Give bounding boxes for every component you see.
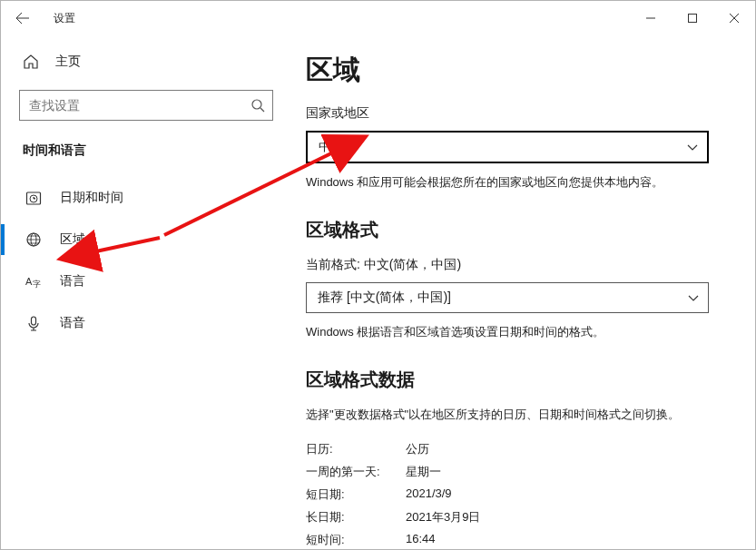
region-data-table: 日历: 公历 一周的第一天: 星期一 短日期: 2021/3/9 长日期: 20… bbox=[306, 441, 735, 548]
format-dropdown-value: 推荐 [中文(简体，中国)] bbox=[318, 290, 451, 306]
search-input[interactable] bbox=[20, 91, 243, 120]
region-data-helper: 选择"更改数据格式"以在地区所支持的日历、日期和时间格式之间切换。 bbox=[306, 407, 735, 423]
table-key: 短日期: bbox=[306, 486, 406, 503]
region-format-title: 区域格式 bbox=[306, 218, 735, 242]
content: 区域 国家或地区 中国 Windows 和应用可能会根据您所在的国家或地区向您提… bbox=[306, 35, 755, 549]
sidebar-item-region[interactable]: 区域 bbox=[1, 219, 306, 260]
close-button[interactable] bbox=[713, 1, 755, 35]
nav-list: 日期和时间 区域 A字 语言 bbox=[1, 177, 306, 344]
sidebar-item-label: 语言 bbox=[60, 273, 85, 290]
country-dropdown-value: 中国 bbox=[319, 139, 344, 155]
clock-icon bbox=[25, 190, 42, 206]
titlebar: 设置 bbox=[1, 1, 755, 35]
svg-rect-0 bbox=[689, 15, 697, 23]
format-helper: Windows 根据语言和区域首选项设置日期和时间的格式。 bbox=[306, 324, 735, 340]
country-label: 国家或地区 bbox=[306, 105, 735, 122]
settings-window: 设置 主页 bbox=[0, 0, 756, 550]
sidebar-item-label: 区域 bbox=[60, 231, 85, 248]
table-key: 长日期: bbox=[306, 509, 406, 525]
svg-rect-8 bbox=[32, 317, 36, 325]
home-label: 主页 bbox=[55, 54, 81, 70]
search-icon bbox=[243, 91, 272, 120]
mic-icon bbox=[25, 315, 42, 331]
search-box[interactable] bbox=[19, 90, 273, 121]
table-val: 16:44 bbox=[406, 532, 735, 548]
svg-text:A: A bbox=[25, 276, 33, 287]
format-dropdown[interactable]: 推荐 [中文(简体，中国)] bbox=[306, 282, 709, 313]
back-button[interactable] bbox=[8, 4, 37, 33]
sidebar-item-label: 语音 bbox=[60, 315, 85, 331]
table-key: 短时间: bbox=[306, 532, 406, 548]
sidebar: 主页 时间和语言 日期和时间 bbox=[1, 35, 306, 549]
sidebar-item-label: 日期和时间 bbox=[60, 190, 123, 206]
close-icon bbox=[730, 14, 739, 23]
back-arrow-icon bbox=[15, 11, 30, 25]
sidebar-item-datetime[interactable]: 日期和时间 bbox=[1, 177, 306, 219]
home-icon bbox=[23, 54, 39, 70]
globe-icon bbox=[25, 231, 42, 248]
body: 主页 时间和语言 日期和时间 bbox=[1, 35, 755, 549]
page-title: 区域 bbox=[306, 52, 735, 89]
category-label: 时间和语言 bbox=[1, 137, 306, 177]
maximize-icon bbox=[688, 14, 697, 23]
table-val: 2021年3月9日 bbox=[406, 509, 735, 525]
country-dropdown[interactable]: 中国 bbox=[306, 131, 709, 163]
sidebar-item-speech[interactable]: 语音 bbox=[1, 302, 306, 344]
chevron-down-icon bbox=[688, 292, 699, 303]
country-helper: Windows 和应用可能会根据您所在的国家或地区向您提供本地内容。 bbox=[306, 174, 735, 191]
window-title: 设置 bbox=[54, 11, 75, 26]
table-key: 日历: bbox=[306, 441, 406, 457]
maximize-button[interactable] bbox=[672, 1, 713, 35]
home-button[interactable]: 主页 bbox=[1, 46, 306, 77]
window-controls bbox=[630, 1, 755, 35]
sidebar-item-language[interactable]: A字 语言 bbox=[1, 260, 306, 302]
svg-point-1 bbox=[252, 100, 261, 109]
minimize-button[interactable] bbox=[630, 1, 672, 35]
titlebar-left: 设置 bbox=[8, 4, 75, 33]
table-key: 一周的第一天: bbox=[306, 464, 406, 480]
chevron-down-icon bbox=[687, 142, 698, 152]
table-val: 2021/3/9 bbox=[406, 486, 735, 503]
search-wrap bbox=[1, 77, 306, 137]
region-data-title: 区域格式数据 bbox=[306, 368, 735, 392]
language-icon: A字 bbox=[25, 273, 42, 290]
current-format-label: 当前格式: 中文(简体，中国) bbox=[306, 257, 735, 273]
table-val: 星期一 bbox=[406, 464, 735, 480]
minimize-icon bbox=[646, 14, 655, 23]
table-val: 公历 bbox=[406, 441, 735, 457]
svg-text:字: 字 bbox=[33, 280, 41, 289]
